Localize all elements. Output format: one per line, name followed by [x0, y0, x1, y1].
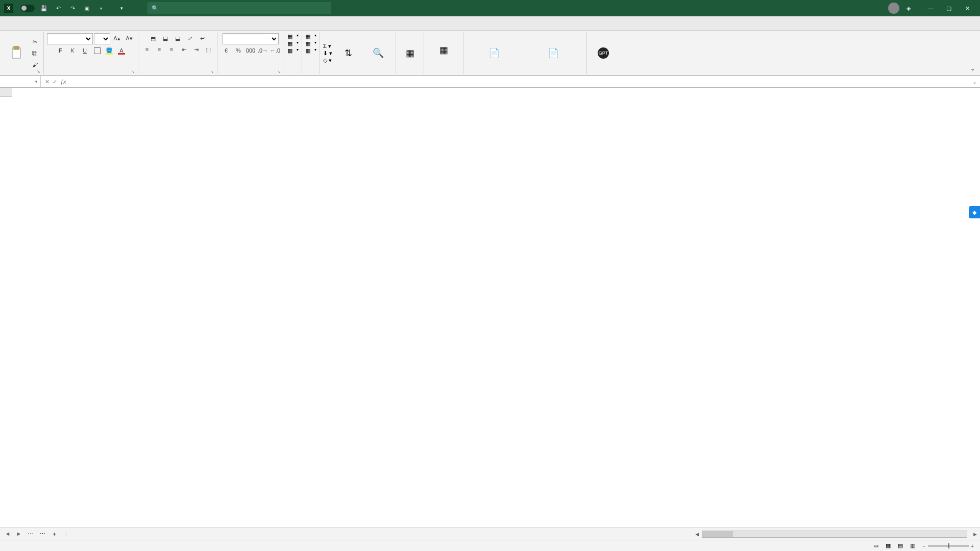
indent-dec-icon[interactable]: ⇤ — [178, 44, 189, 55]
new-sheet-icon[interactable]: ＋ — [47, 530, 61, 538]
display-settings-button[interactable]: ▭ — [873, 542, 878, 549]
align-middle-icon[interactable]: ⬓ — [160, 33, 171, 43]
percent-icon[interactable]: % — [233, 45, 244, 56]
align-left-icon[interactable]: ≡ — [141, 44, 153, 55]
formula-input[interactable] — [70, 76, 969, 87]
find-select-button[interactable]: 🔍 — [364, 38, 393, 69]
save-icon[interactable]: 💾 — [39, 3, 49, 13]
zoom-in-icon[interactable]: + — [971, 543, 974, 549]
redo-icon[interactable]: ↷ — [67, 3, 78, 13]
cut-icon[interactable]: ✂ — [29, 37, 40, 47]
font-family-select[interactable] — [47, 33, 93, 44]
decrease-font-icon[interactable]: A▾ — [124, 33, 135, 43]
scroll-left-icon[interactable]: ◄ — [692, 531, 702, 537]
search-icon: 🔍 — [152, 5, 159, 12]
autosave-toggle[interactable] — [17, 5, 35, 12]
launcher-icon[interactable]: ↘ — [210, 69, 214, 74]
zoom-slider[interactable] — [928, 545, 969, 547]
excel-icon: X — [4, 4, 13, 13]
sheet-nav-next-icon[interactable]: ► — [14, 531, 23, 537]
fill-icon[interactable]: ⬇ ▾ — [323, 50, 332, 57]
side-panel-toggle-icon[interactable]: ◆ — [969, 206, 980, 218]
conditional-formatting-button[interactable]: ▦▾ — [287, 33, 299, 40]
scroll-right-icon[interactable]: ► — [970, 531, 980, 537]
svg-rect-0 — [12, 48, 20, 58]
format-as-table-button[interactable]: ▦▾ — [287, 40, 299, 47]
fill-color-button[interactable]: 🪣 — [104, 45, 115, 56]
select-all-corner[interactable] — [0, 88, 12, 97]
sheet-tab-bar: ◄ ► ⋯ ⋯ ＋ ⋮ ◄ ► — [0, 528, 980, 540]
collapse-ribbon-icon[interactable]: ⌄ — [968, 63, 977, 74]
enter-formula-icon[interactable]: ✓ — [53, 79, 57, 85]
view-pagebreak-icon[interactable]: ▥ — [910, 542, 915, 549]
ribbon-tabs — [0, 16, 980, 31]
copy-icon[interactable]: ⿻ — [29, 48, 40, 59]
view-layout-icon[interactable]: ▤ — [898, 542, 903, 549]
horizontal-scrollbar[interactable] — [702, 531, 967, 538]
format-painter-icon[interactable]: 🖌 — [29, 60, 40, 70]
close-icon[interactable]: ✕ — [959, 1, 976, 15]
bold-button[interactable]: F — [55, 45, 66, 56]
expand-formula-bar-icon[interactable]: ⌄ — [969, 79, 980, 85]
search-box[interactable]: 🔍 — [148, 2, 331, 14]
merge-icon[interactable]: ⬚ — [203, 44, 214, 55]
italic-button[interactable]: K — [67, 45, 78, 56]
orientation-icon[interactable]: ⤢ — [184, 33, 195, 43]
align-right-icon[interactable]: ≡ — [166, 44, 177, 55]
acrobat-pdf-link-button[interactable]: 📄 — [467, 38, 522, 69]
user-account[interactable] — [885, 3, 899, 14]
search-input[interactable] — [162, 5, 327, 11]
increase-font-icon[interactable]: A▴ — [111, 33, 122, 43]
align-top-icon[interactable]: ⬒ — [148, 33, 159, 43]
toggle-switch[interactable] — [20, 5, 35, 12]
name-box[interactable]: ▼ — [0, 76, 41, 87]
insert-cells-button[interactable]: ▦▾ — [305, 33, 316, 40]
cell-styles-button[interactable]: ▦▾ — [287, 47, 299, 54]
dec-decimal-icon[interactable]: ←.0 — [270, 45, 281, 56]
fx-icon[interactable]: ƒx — [60, 79, 66, 85]
diamond-icon[interactable]: ◈ — [903, 3, 914, 13]
acrobat-pdf-outlook-button[interactable]: 📄 — [523, 38, 583, 69]
autosum-icon[interactable]: Σ ▾ — [323, 43, 332, 49]
filename-dropdown-icon[interactable]: ▾ — [120, 6, 123, 11]
comma-icon[interactable]: 000 — [245, 45, 256, 56]
border-button[interactable] — [91, 45, 103, 56]
chevron-down-icon[interactable]: ▼ — [34, 80, 38, 84]
launcher-icon[interactable]: ↘ — [277, 69, 281, 74]
sheet-overflow-icon[interactable]: ⋯ — [38, 531, 47, 537]
inc-decimal-icon[interactable]: .0→ — [257, 45, 268, 56]
chatgpt-button[interactable]: GPT — [590, 38, 617, 69]
ribbon: ✂ ⿻ 🖌 ↘ A▴ A▾ F K U 🪣 A ↘ — [0, 31, 980, 76]
align-bottom-icon[interactable]: ⬓ — [172, 33, 183, 43]
status-bar: ▭ ▦ ▤ ▥ − + — [0, 540, 980, 551]
indent-inc-icon[interactable]: ⇥ — [190, 44, 202, 55]
paste-button[interactable] — [6, 38, 28, 69]
sheet-nav-prev-icon[interactable]: ◄ — [3, 531, 12, 537]
launcher-icon[interactable]: ↘ — [37, 69, 40, 74]
undo-icon[interactable]: ↶ — [53, 3, 63, 13]
camera-icon[interactable]: ▣ — [82, 3, 92, 13]
qat-more-icon[interactable]: ▾ — [96, 3, 106, 13]
addins-button[interactable]: ▦ — [399, 38, 421, 69]
font-color-button[interactable]: A — [116, 45, 127, 56]
maximize-icon[interactable]: ▢ — [940, 1, 958, 15]
worksheet-grid[interactable] — [0, 88, 980, 528]
wrap-text-icon[interactable]: ↩ — [197, 33, 208, 43]
data-analysis-button[interactable]: ▦ — [427, 35, 460, 66]
align-center-icon[interactable]: ≡ — [154, 44, 165, 55]
launcher-icon[interactable]: ↘ — [131, 69, 135, 74]
delete-cells-button[interactable]: ▦▾ — [305, 40, 316, 47]
font-size-select[interactable] — [94, 33, 110, 44]
currency-icon[interactable]: € — [220, 45, 232, 56]
minimize-icon[interactable]: — — [922, 1, 939, 15]
sort-filter-button[interactable]: ⇅ — [334, 38, 362, 69]
sheet-nav-more-icon[interactable]: ⋯ — [26, 531, 35, 537]
view-normal-icon[interactable]: ▦ — [886, 542, 891, 549]
cancel-formula-icon[interactable]: ✕ — [45, 79, 50, 85]
number-format-select[interactable] — [223, 33, 279, 44]
underline-button[interactable]: U — [79, 45, 90, 56]
format-cells-button[interactable]: ▦▾ — [305, 47, 316, 54]
clear-icon[interactable]: ◇ ▾ — [323, 57, 332, 64]
zoom-out-icon[interactable]: − — [922, 543, 925, 549]
zoom-control[interactable]: − + — [922, 543, 976, 549]
